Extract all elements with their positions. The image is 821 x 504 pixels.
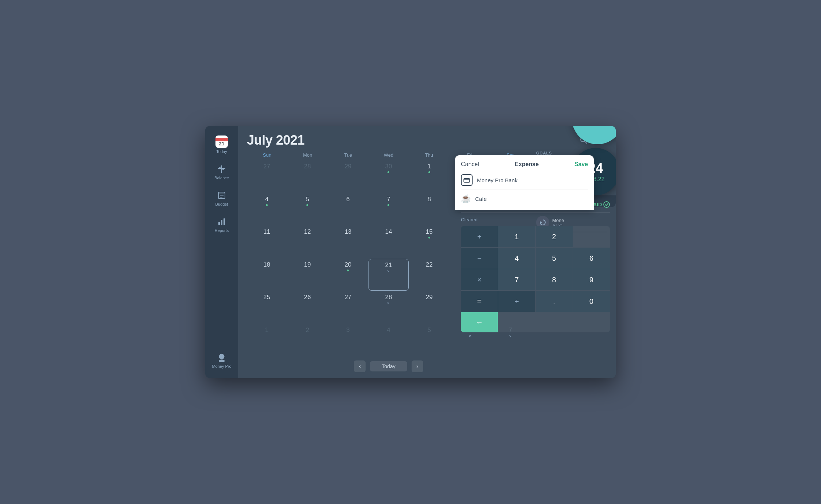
cal-cell-w5-26[interactable]: 26: [287, 291, 327, 324]
cal-cell-w6-3[interactable]: 3: [328, 324, 368, 356]
cal-cell-w3-15[interactable]: 15: [409, 226, 449, 258]
cal-cell-w1-30[interactable]: 30: [369, 161, 408, 193]
calendar-nav: ‹ Today ›: [247, 360, 530, 372]
numpad-equals[interactable]: =: [461, 291, 498, 312]
cal-cell-w1-27[interactable]: 27: [247, 161, 287, 193]
numpad-6[interactable]: 6: [573, 248, 610, 269]
dot-w6-6: [469, 335, 471, 337]
app-container: 21 Today Balance: [205, 126, 616, 378]
bank-icon: [461, 174, 473, 186]
cancel-button[interactable]: Cancel: [461, 161, 479, 168]
sidebar-item-budget[interactable]: Budget: [207, 187, 236, 210]
cal-cell-w1-28[interactable]: 28: [287, 161, 327, 193]
numpad-times[interactable]: ×: [461, 269, 498, 290]
svg-point-9: [219, 354, 225, 359]
numpad-backspace[interactable]: ←: [461, 312, 498, 332]
svg-rect-6: [218, 222, 220, 225]
numpad-minus[interactable]: −: [461, 248, 498, 269]
dow-wed: Wed: [369, 151, 409, 159]
dow-mon: Mon: [287, 151, 328, 159]
cal-cell-w4-20[interactable]: 20: [328, 259, 368, 291]
dropdown-header: Cancel Expense Save: [455, 158, 594, 171]
svg-rect-15: [464, 179, 470, 182]
main-content: July 2021 + Sun Mon Tue We: [238, 126, 616, 378]
next-month-button[interactable]: ›: [412, 360, 423, 372]
dow-sun: Sun: [247, 151, 287, 159]
numpad: + 1 2 − 4 5 6 × 7 8 9= ÷ .: [461, 226, 610, 332]
cal-cell-w5-27[interactable]: 27: [328, 291, 368, 324]
sidebar-item-money-pro[interactable]: Money Pro: [207, 349, 236, 372]
numpad-plus[interactable]: +: [461, 226, 498, 247]
numpad-7[interactable]: 7: [498, 269, 535, 290]
header: July 2021 +: [238, 126, 616, 151]
sidebar-today-label: Today: [216, 149, 227, 154]
prev-month-button[interactable]: ‹: [354, 360, 366, 372]
calendar-today-icon: 21: [215, 135, 228, 148]
cal-cell-w4-22[interactable]: 22: [409, 259, 449, 291]
numpad-4[interactable]: 4: [498, 248, 535, 269]
cal-cell-w2-5[interactable]: 5: [287, 194, 327, 226]
cal-cell-w2-4[interactable]: 4: [247, 194, 287, 226]
today-date-num: 21: [219, 141, 224, 146]
expense-type-label: Expense: [515, 161, 539, 168]
sidebar-money-pro-label: Money Pro: [212, 364, 231, 369]
svg-point-10: [219, 360, 225, 362]
svg-rect-8: [224, 218, 225, 225]
sidebar-item-reports[interactable]: Reports: [207, 213, 236, 236]
dot-w2-7: [387, 204, 389, 206]
cal-cell-w2-7[interactable]: 7: [369, 194, 408, 226]
numpad-5[interactable]: 5: [536, 248, 573, 269]
cal-cell-w3-14[interactable]: 14: [369, 226, 408, 258]
cal-cell-w4-18[interactable]: 18: [247, 259, 287, 291]
cal-cell-w6-1[interactable]: 1: [247, 324, 287, 356]
dot-w5-28: [387, 302, 389, 304]
page-title: July 2021: [247, 133, 305, 148]
cal-cell-w1-29[interactable]: 29: [328, 161, 368, 193]
category-item-cafe[interactable]: ☕ Cafe: [455, 190, 594, 207]
cal-cell-w3-13[interactable]: 13: [328, 226, 368, 258]
svg-rect-7: [221, 220, 222, 225]
numpad-0[interactable]: 0: [573, 291, 610, 312]
cal-cell-w3-12[interactable]: 12: [287, 226, 327, 258]
numpad-2[interactable]: 2: [536, 226, 573, 247]
dot-w1-1: [428, 171, 430, 173]
cal-cell-w4-21-today[interactable]: 21: [369, 259, 408, 291]
dow-thu: Thu: [409, 151, 449, 159]
dow-tue: Tue: [328, 151, 369, 159]
cal-cell-w2-6[interactable]: 6: [328, 194, 368, 226]
cal-cell-w4-19[interactable]: 19: [287, 259, 327, 291]
save-button[interactable]: Save: [574, 161, 588, 168]
numpad-1[interactable]: 1: [498, 226, 535, 247]
dot-w3-15: [428, 237, 430, 238]
dot-w4-21: [387, 270, 389, 272]
account-item-bank[interactable]: Money Pro Bank: [455, 171, 594, 190]
cal-cell-w5-25[interactable]: 25: [247, 291, 287, 324]
budget-icon: [217, 190, 227, 201]
cal-cell-w6-5[interactable]: 5: [409, 324, 449, 356]
cal-cell-w5-28[interactable]: 28: [369, 291, 408, 324]
cal-cell-w3-11[interactable]: 11: [247, 226, 287, 258]
cal-cell-w5-29[interactable]: 29: [409, 291, 449, 324]
sidebar-reports-label: Reports: [215, 228, 229, 233]
svg-point-17: [604, 202, 610, 207]
balance-icon: [217, 164, 227, 174]
numpad-8[interactable]: 8: [536, 269, 573, 290]
cal-cell-w6-2[interactable]: 2: [287, 324, 327, 356]
cleared-label: Cleared: [461, 217, 610, 222]
cafe-category-icon: ☕: [461, 194, 471, 203]
dot-w6-7: [509, 335, 511, 337]
cal-cell-w1-1[interactable]: 1: [409, 161, 449, 193]
cal-cell-w2-8[interactable]: 8: [409, 194, 449, 226]
sidebar-item-today[interactable]: 21 Today: [207, 132, 236, 157]
sidebar: 21 Today Balance: [205, 126, 238, 378]
sidebar-item-balance[interactable]: Balance: [207, 160, 236, 184]
dot-w4-20: [347, 270, 349, 271]
dot-w1-30: [387, 171, 389, 173]
cafe-category-name: Cafe: [475, 196, 487, 202]
sidebar-budget-label: Budget: [215, 202, 228, 206]
numpad-dot[interactable]: .: [536, 291, 573, 312]
cal-cell-w6-4[interactable]: 4: [369, 324, 408, 356]
numpad-9[interactable]: 9: [573, 269, 610, 290]
numpad-divide[interactable]: ÷: [498, 291, 535, 312]
today-nav-button[interactable]: Today: [370, 361, 407, 371]
